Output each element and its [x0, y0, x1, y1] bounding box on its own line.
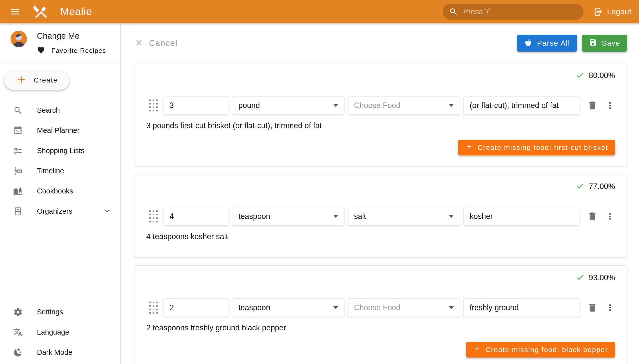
calendar-icon — [13, 126, 23, 136]
ingredient-fields-row: teaspoon salt — [149, 207, 615, 226]
unit-value: pound — [238, 101, 260, 110]
main-content: Cancel Parse All Save — [121, 23, 639, 364]
quantity-input[interactable] — [163, 207, 229, 226]
parse-all-label: Parse All — [537, 39, 570, 47]
close-icon — [135, 38, 143, 48]
food-select[interactable]: Choose Food — [348, 298, 460, 317]
sidebar-item-label: Timeline — [37, 167, 111, 175]
parse-all-button[interactable]: Parse All — [517, 35, 577, 52]
unit-value: teaspoon — [238, 303, 270, 312]
sidebar-item-organizers[interactable]: Organizers — [0, 201, 120, 222]
dropdown-caret-icon — [333, 306, 338, 309]
favorites-label: Favorite Recipes — [51, 47, 106, 54]
book-open-icon — [13, 186, 23, 196]
drag-handle-icon[interactable] — [149, 210, 158, 222]
food-select[interactable]: Choose Food — [348, 96, 460, 115]
sidebar-item-label: Settings — [37, 308, 111, 316]
food-value: salt — [354, 212, 366, 221]
file-cabinet-icon — [13, 207, 23, 216]
sidebar-item-label: Organizers — [37, 207, 103, 216]
favorite-recipes-link[interactable]: Favorite Recipes — [37, 46, 106, 55]
sidebar-item-label: Dark Mode — [37, 348, 111, 356]
plus-icon — [16, 74, 27, 86]
user-block[interactable]: Change Me Favorite Recipes — [0, 23, 120, 62]
dropdown-caret-icon — [449, 306, 454, 309]
timeline-icon — [13, 166, 23, 176]
drag-handle-icon[interactable] — [149, 100, 158, 112]
logout-label: Logout — [607, 8, 631, 16]
original-ingredient-text: 4 teaspoons kosher salt — [146, 232, 615, 241]
sidebar-item-meal-planner[interactable]: Meal Planner — [0, 120, 120, 140]
create-missing-food-button[interactable]: Create missing food: black pepper — [466, 342, 615, 358]
moon-icon — [13, 348, 23, 357]
hamburger-menu-icon[interactable] — [9, 6, 21, 18]
ingredient-card: 93.00% teaspoon Choose Food — [134, 265, 627, 364]
create-button[interactable]: Create — [4, 71, 69, 90]
quantity-input[interactable] — [163, 298, 229, 317]
search-input[interactable]: Press '/' — [443, 4, 584, 20]
sidebar-item-shopping-lists[interactable]: Shopping Lists — [0, 140, 120, 161]
original-ingredient-text: 2 teaspoons freshly ground black pepper — [146, 323, 615, 332]
kebab-menu-icon[interactable] — [605, 303, 615, 313]
ingredient-card: 80.00% pound Choose Food — [134, 63, 627, 166]
sidebar-item-timeline[interactable]: Timeline — [0, 161, 120, 181]
scrolled-content-edge — [129, 23, 635, 27]
create-missing-food-button[interactable]: Create missing food: first-cut brisket — [458, 140, 615, 155]
search-placeholder: Press '/' — [463, 7, 490, 16]
quantity-input[interactable] — [163, 96, 229, 115]
cancel-button[interactable]: Cancel — [135, 38, 178, 48]
gear-icon — [13, 308, 23, 317]
sidebar-item-settings[interactable]: Settings — [0, 302, 120, 322]
unit-select[interactable]: teaspoon — [232, 207, 344, 226]
food-placeholder: Choose Food — [354, 303, 400, 312]
mealie-logo-icon[interactable] — [32, 3, 49, 21]
save-button[interactable]: Save — [582, 35, 627, 52]
ingredient-fields-row: teaspoon Choose Food — [149, 298, 615, 317]
sidebar-item-language[interactable]: Language — [0, 322, 120, 342]
kebab-menu-icon[interactable] — [605, 100, 615, 110]
dropdown-caret-icon — [333, 215, 338, 218]
unit-select[interactable]: teaspoon — [232, 298, 344, 317]
sidebar-item-label: Search — [37, 106, 111, 114]
check-icon — [575, 70, 585, 81]
translate-icon — [13, 328, 23, 337]
avatar[interactable] — [11, 31, 27, 47]
create-missing-food-label: Create missing food: black pepper — [486, 346, 608, 354]
sidebar-spacer — [0, 222, 120, 296]
sidebar-item-label: Meal Planner — [37, 126, 111, 135]
original-ingredient-text: 3 pounds first-cut brisket (or flat-cut)… — [146, 121, 615, 130]
app-title: Mealie — [60, 6, 92, 18]
app-bar: Mealie Press '/' Logout — [0, 0, 639, 23]
note-input[interactable] — [463, 298, 580, 317]
sidebar-item-cookbooks[interactable]: Cookbooks — [0, 181, 120, 201]
sidebar-item-label: Shopping Lists — [37, 146, 111, 155]
create-missing-food-label: Create missing food: first-cut brisket — [478, 144, 608, 152]
check-icon — [575, 181, 585, 192]
note-input[interactable] — [463, 207, 580, 226]
unit-select[interactable]: pound — [232, 96, 344, 115]
check-icon — [575, 272, 585, 283]
logout-button[interactable]: Logout — [593, 7, 631, 16]
save-label: Save — [602, 39, 620, 47]
row-actions — [587, 100, 615, 111]
checklist-icon — [13, 146, 23, 156]
parser-toolbar: Cancel Parse All Save — [135, 35, 627, 52]
chevron-down-icon — [103, 207, 111, 216]
drag-handle-icon[interactable] — [149, 302, 158, 314]
trash-icon[interactable] — [587, 211, 597, 222]
food-select[interactable]: salt — [348, 207, 460, 226]
sidebar-item-search[interactable]: Search — [0, 100, 120, 120]
trash-icon[interactable] — [587, 302, 597, 313]
dropdown-caret-icon — [333, 104, 338, 107]
ingredient-cards: 80.00% pound Choose Food — [134, 63, 627, 364]
missing-food-row: Create missing food: first-cut brisket — [146, 140, 615, 155]
confidence-value: 77.00% — [589, 182, 615, 191]
sidebar-footer-nav: Settings Language Dark Mode — [0, 296, 120, 364]
ingredient-card: 77.00% teaspoon salt — [134, 174, 627, 257]
kebab-menu-icon[interactable] — [605, 212, 615, 222]
note-input[interactable] — [463, 96, 580, 115]
sidebar-item-dark-mode[interactable]: Dark Mode — [0, 342, 120, 362]
trash-icon[interactable] — [587, 100, 597, 111]
confidence-value: 93.00% — [589, 273, 615, 282]
dropdown-caret-icon — [449, 215, 454, 218]
